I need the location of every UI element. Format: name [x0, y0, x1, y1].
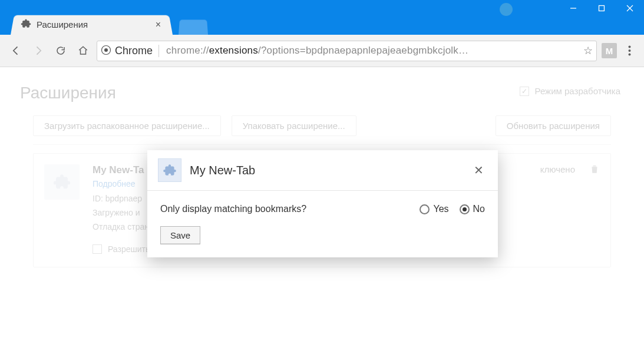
svg-point-8 [628, 46, 630, 48]
origin-label: Chrome [115, 45, 153, 57]
extension-options-modal: My New-Tab ✕ Only display matching bookm… [147, 150, 498, 257]
svg-point-1 [504, 5, 508, 10]
browser-tab-title: Расширения [37, 19, 88, 29]
radio-icon [420, 204, 430, 214]
svg-point-10 [628, 54, 630, 56]
browser-tab[interactable]: Расширения × [14, 14, 169, 35]
svg-point-7 [104, 48, 108, 52]
bookmark-star-icon[interactable]: ☆ [583, 44, 593, 57]
profile-badge[interactable]: M [602, 43, 617, 58]
home-button[interactable] [74, 42, 92, 59]
browser-toolbar: Chrome chrome://extensions/?options=bpdp… [0, 35, 644, 67]
window-minimize-button[interactable] [559, 0, 587, 16]
chrome-logo-icon [101, 45, 111, 57]
modal-close-button[interactable]: ✕ [470, 162, 487, 178]
window-close-button[interactable] [616, 0, 644, 16]
modal-header: My New-Tab ✕ [147, 150, 498, 191]
modal-title: My New-Tab [190, 164, 255, 177]
modal-body: Only display matching bookmarks? Yes No … [147, 191, 498, 257]
url-text: chrome://extensions/?options=bpdpnaepapn… [166, 45, 579, 57]
option-yes-label: Yes [433, 204, 448, 214]
option-yes[interactable]: Yes [420, 204, 448, 214]
new-tab-button[interactable] [179, 19, 208, 35]
svg-point-9 [628, 49, 630, 52]
window-titlebar: Расширения × [0, 0, 644, 35]
option-question: Only display matching bookmarks? [160, 204, 409, 214]
forward-button[interactable] [29, 42, 47, 59]
account-icon[interactable] [499, 2, 513, 16]
radio-icon [460, 204, 470, 214]
reload-button[interactable] [52, 42, 70, 59]
option-row: Only display matching bookmarks? Yes No [160, 204, 485, 214]
svg-rect-3 [599, 6, 605, 11]
puzzle-piece-icon [158, 158, 181, 182]
save-button[interactable]: Save [160, 226, 200, 244]
tab-close-button[interactable]: × [153, 19, 163, 31]
browser-menu-button[interactable] [622, 45, 637, 56]
back-button[interactable] [7, 42, 25, 59]
puzzle-piece-icon [20, 18, 32, 31]
origin-chip: Chrome [101, 45, 159, 57]
address-bar[interactable]: Chrome chrome://extensions/?options=bpdp… [97, 41, 597, 61]
window-maximize-button[interactable] [587, 0, 616, 16]
option-no-label: No [473, 204, 485, 214]
option-no[interactable]: No [460, 204, 485, 214]
